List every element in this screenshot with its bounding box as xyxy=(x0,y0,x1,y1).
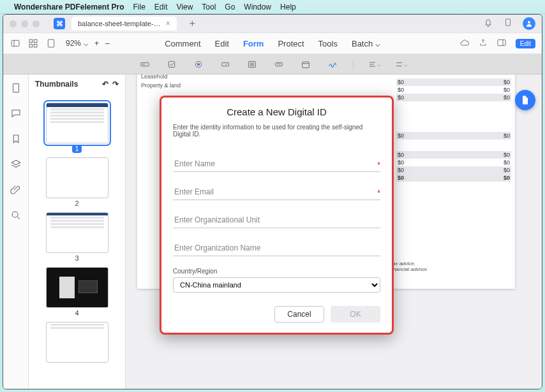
app-window: ⌘ balance-sheet-template-… × + 92% ⌵ + –… xyxy=(3,14,542,389)
thumbnail-2[interactable] xyxy=(46,157,108,198)
attachment-icon[interactable] xyxy=(10,184,22,196)
svg-line-32 xyxy=(17,217,20,219)
svg-rect-0 xyxy=(506,19,511,26)
org-name-input[interactable] xyxy=(173,240,380,256)
main-tabs: Comment Edit Form Protect Tools Batch ⌵ xyxy=(165,39,380,48)
search-icon[interactable] xyxy=(10,210,22,221)
share-icon[interactable] xyxy=(479,38,488,50)
tab-protect[interactable]: Protect xyxy=(278,39,304,48)
svg-rect-7 xyxy=(34,44,37,47)
thumbnail-4[interactable] xyxy=(46,267,108,308)
document-tab-title: balance-sheet-template-… xyxy=(78,20,161,27)
tab-comment[interactable]: Comment xyxy=(165,39,200,48)
left-rail xyxy=(3,75,29,389)
view-continuous-icon[interactable] xyxy=(45,38,57,49)
required-marker: * xyxy=(377,189,380,198)
menu-go[interactable]: Go xyxy=(225,3,235,11)
zoom-control[interactable]: 92% ⌵ xyxy=(66,39,88,48)
chevron-down-icon: ⌵ xyxy=(84,39,88,48)
svg-rect-8 xyxy=(48,40,54,47)
window-traffic-lights xyxy=(10,20,40,27)
app-logo-icon: ⌘ xyxy=(54,18,65,29)
name-input[interactable] xyxy=(173,156,380,172)
thumbnail-2-number: 2 xyxy=(35,200,119,207)
thumbnail-1-number: 1 xyxy=(35,145,119,152)
thumbnail-3-number: 3 xyxy=(35,254,119,262)
country-label: Country/Region xyxy=(173,268,380,275)
org-unit-input[interactable] xyxy=(173,212,380,228)
modal-description: Enter the identity information to be use… xyxy=(161,121,392,144)
app-name[interactable]: Wondershare PDFelement Pro xyxy=(14,3,124,11)
zoom-value: 92% xyxy=(66,39,81,48)
tab-tools[interactable]: Tools xyxy=(318,39,338,48)
close-window-button[interactable] xyxy=(10,20,17,27)
document-tab[interactable]: balance-sheet-template-… × xyxy=(71,17,177,31)
device-icon[interactable] xyxy=(504,17,512,31)
modal-title: Create a New Digital ID xyxy=(161,98,392,121)
zoom-in-button[interactable]: + xyxy=(94,39,99,48)
bookmark-icon[interactable] xyxy=(10,133,22,145)
thumbnail-5[interactable] xyxy=(46,322,108,363)
zoom-out-button[interactable]: – xyxy=(105,39,110,48)
thumbnail-4-number: 4 xyxy=(35,309,119,317)
thumbnail-3[interactable] xyxy=(46,212,108,253)
edit-mode-button[interactable]: Edit xyxy=(516,39,535,48)
svg-rect-5 xyxy=(34,40,37,43)
minimize-window-button[interactable] xyxy=(21,20,28,27)
close-tab-icon[interactable]: × xyxy=(166,19,170,28)
thumbnails-title: Thumbnails xyxy=(35,80,78,89)
bell-icon[interactable] xyxy=(483,17,493,30)
svg-point-31 xyxy=(12,212,18,217)
menu-help[interactable]: Help xyxy=(280,3,296,11)
menu-file[interactable]: File xyxy=(133,3,146,11)
svg-point-1 xyxy=(528,21,530,24)
chevron-down-icon: ⌵ xyxy=(375,39,380,48)
svg-rect-2 xyxy=(11,40,19,46)
view-thumbs-icon[interactable] xyxy=(27,38,39,49)
menu-edit[interactable]: Edit xyxy=(154,3,168,11)
svg-rect-30 xyxy=(13,83,19,92)
menu-tool[interactable]: Tool xyxy=(202,3,216,11)
tab-batch[interactable]: Batch ⌵ xyxy=(352,39,380,48)
fullscreen-window-button[interactable] xyxy=(33,20,40,27)
user-avatar[interactable] xyxy=(523,17,535,30)
svg-rect-9 xyxy=(498,40,505,45)
required-marker: * xyxy=(377,161,380,170)
cancel-button[interactable]: Cancel xyxy=(274,306,324,323)
right-sidebar-icon[interactable] xyxy=(496,38,507,50)
svg-rect-6 xyxy=(29,44,33,47)
new-tab-button[interactable]: + xyxy=(183,18,202,29)
mac-menubar: Wondershare PDFelement Pro File Edit Vie… xyxy=(0,0,545,14)
main-toolbar: 92% ⌵ + – Comment Edit Form Protect Tool… xyxy=(3,33,542,54)
thumbnail-1[interactable] xyxy=(46,103,108,143)
tab-form[interactable]: Form xyxy=(243,39,264,48)
email-input[interactable] xyxy=(173,184,380,200)
menu-view[interactable]: View xyxy=(177,3,193,11)
doc-values: $0$0 $0$0 $0$0 $0$0 $0$0 $0$0 $0$0 $0$0 xyxy=(396,78,511,182)
thumbnails-panel: Thumbnails ↶ ↷ 1 2 3 xyxy=(29,75,126,389)
menu-window[interactable]: Window xyxy=(244,3,271,11)
cloud-icon[interactable] xyxy=(459,38,470,50)
country-select[interactable]: CN-China mainland xyxy=(173,277,380,293)
comment-icon[interactable] xyxy=(10,108,22,119)
rotate-left-icon[interactable]: ↶ xyxy=(102,80,108,89)
ok-button[interactable]: OK xyxy=(331,306,380,323)
svg-rect-4 xyxy=(29,40,33,43)
rotate-right-icon[interactable]: ↷ xyxy=(112,80,119,89)
digital-id-modal: Create a New Digital ID Enter the identi… xyxy=(160,96,394,335)
layers-icon[interactable] xyxy=(10,159,22,170)
floating-action-button[interactable] xyxy=(515,90,535,110)
window-titlebar: ⌘ balance-sheet-template-… × + xyxy=(3,15,542,33)
tab-edit[interactable]: Edit xyxy=(215,39,229,48)
sidebar-toggle-icon[interactable] xyxy=(10,38,21,49)
page-icon[interactable] xyxy=(10,82,22,94)
